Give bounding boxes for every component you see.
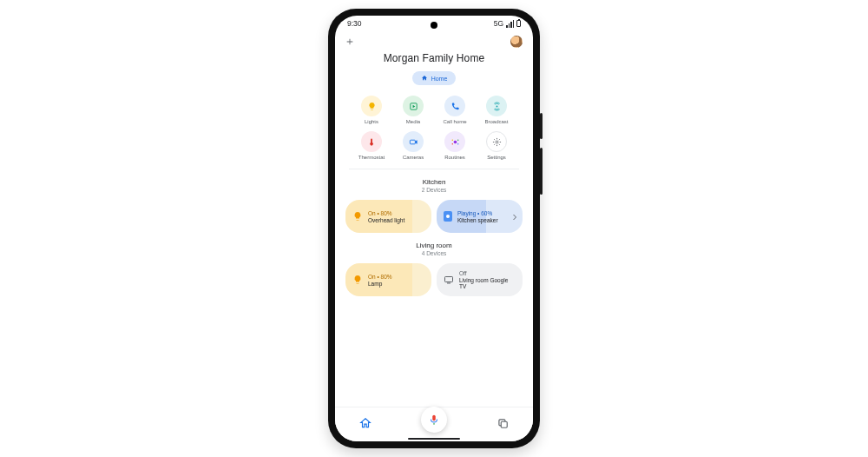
assistant-button[interactable] bbox=[421, 407, 447, 433]
quick-action-settings[interactable]: Settings bbox=[476, 131, 517, 160]
svg-rect-11 bbox=[501, 421, 507, 427]
phone-frame: 9:30 5G Morgan Family Home Home Lig bbox=[328, 9, 540, 448]
device-status: On • 80% bbox=[368, 210, 404, 216]
device-name: Overhead light bbox=[368, 217, 404, 223]
svg-rect-2 bbox=[410, 140, 415, 144]
quick-action-label: Thermostat bbox=[358, 155, 385, 160]
rooms-list: Kitchen2 DevicesOn • 80%Overhead lightPl… bbox=[335, 178, 533, 305]
phone-icon bbox=[444, 96, 465, 116]
room-device-count: 4 Devices bbox=[335, 250, 533, 256]
quick-action-label: Lights bbox=[365, 119, 378, 124]
svg-point-6 bbox=[451, 143, 452, 144]
divider bbox=[349, 169, 519, 169]
quick-action-routines[interactable]: Routines bbox=[434, 131, 476, 160]
room-header[interactable]: Living room4 Devices bbox=[335, 242, 533, 256]
quick-action-media[interactable]: Media bbox=[392, 96, 434, 124]
device-card[interactable]: OffLiving room Google TV bbox=[437, 263, 523, 296]
quick-action-label: Media bbox=[406, 119, 420, 124]
device-name: Living room Google TV bbox=[459, 277, 516, 289]
home-icon bbox=[421, 75, 428, 82]
device-card[interactable]: Playing • 60%Kitchen speaker bbox=[437, 200, 523, 233]
gesture-bar bbox=[408, 438, 460, 440]
svg-point-8 bbox=[496, 141, 498, 143]
device-card-row: On • 80%Overhead lightPlaying • 60%Kitch… bbox=[335, 200, 533, 242]
room-device-count: 2 Devices bbox=[335, 187, 533, 193]
device-status: Playing • 60% bbox=[457, 210, 498, 216]
quick-action-cameras[interactable]: Cameras bbox=[392, 131, 434, 160]
status-bar: 9:30 5G bbox=[335, 16, 533, 31]
signal-icon bbox=[506, 20, 514, 28]
home-chip-label: Home bbox=[431, 76, 448, 82]
svg-rect-9 bbox=[445, 277, 453, 282]
room-name: Living room bbox=[335, 242, 533, 249]
speaker-icon bbox=[444, 211, 452, 222]
device-status: On • 80% bbox=[368, 274, 392, 280]
top-bar bbox=[335, 33, 533, 50]
svg-point-3 bbox=[453, 140, 457, 143]
broadcast-icon bbox=[486, 96, 507, 116]
screen: 9:30 5G Morgan Family Home Home Lig bbox=[335, 16, 533, 441]
bulb-on-icon bbox=[352, 211, 363, 222]
power-button bbox=[540, 113, 542, 139]
nav-feed-button[interactable] bbox=[496, 417, 509, 433]
device-status: Off bbox=[459, 270, 516, 276]
device-card[interactable]: On • 80%Overhead light bbox=[345, 200, 431, 233]
room-name: Kitchen bbox=[335, 178, 533, 186]
room-header[interactable]: Kitchen2 Devices bbox=[335, 178, 533, 193]
svg-point-5 bbox=[457, 139, 457, 140]
svg-point-7 bbox=[457, 143, 457, 144]
media-icon bbox=[403, 96, 424, 116]
quick-action-thermostat[interactable]: Thermostat bbox=[351, 131, 392, 160]
status-net: 5G bbox=[494, 19, 503, 28]
quick-action-label: Routines bbox=[444, 155, 465, 160]
home-chip[interactable]: Home bbox=[412, 71, 457, 85]
quick-action-label: Cameras bbox=[403, 155, 424, 160]
quick-action-label: Broadcast bbox=[484, 119, 508, 124]
quick-action-call-home[interactable]: Call home bbox=[434, 96, 476, 124]
quick-action-broadcast[interactable]: Broadcast bbox=[476, 96, 517, 124]
tv-icon bbox=[444, 275, 454, 285]
volume-button bbox=[540, 148, 542, 195]
home-title: Morgan Family Home bbox=[335, 52, 533, 64]
gear-icon bbox=[486, 131, 507, 152]
status-time: 9:30 bbox=[347, 19, 362, 28]
account-avatar[interactable] bbox=[510, 36, 523, 48]
bulb-on-icon bbox=[352, 275, 363, 285]
camera-icon bbox=[403, 131, 424, 152]
svg-point-1 bbox=[496, 105, 497, 107]
thermo-icon bbox=[361, 131, 382, 152]
chevron-right-icon bbox=[512, 209, 517, 224]
quick-action-label: Settings bbox=[487, 155, 506, 160]
quick-actions-grid: LightsMediaCall homeBroadcastThermostatC… bbox=[335, 96, 533, 169]
bulb-icon bbox=[361, 96, 382, 116]
device-name: Lamp bbox=[368, 281, 392, 287]
svg-point-4 bbox=[451, 139, 452, 140]
quick-action-label: Call home bbox=[443, 119, 466, 124]
bottom-nav bbox=[335, 407, 533, 441]
device-card-row: On • 80%LampOffLiving room Google TV bbox=[335, 263, 533, 305]
device-card[interactable]: On • 80%Lamp bbox=[345, 263, 431, 296]
nav-home-button[interactable] bbox=[359, 417, 372, 433]
device-name: Kitchen speaker bbox=[457, 217, 498, 223]
battery-icon bbox=[516, 20, 521, 27]
add-button[interactable] bbox=[345, 37, 354, 46]
quick-action-lights[interactable]: Lights bbox=[351, 96, 392, 124]
routines-icon bbox=[444, 131, 465, 152]
